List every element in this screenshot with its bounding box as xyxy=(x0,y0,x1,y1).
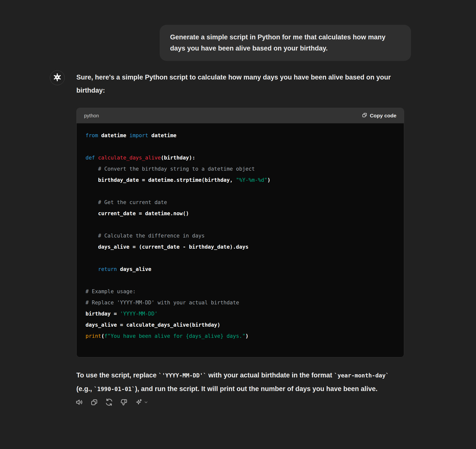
code-block-header: python Copy code xyxy=(77,108,404,123)
code-line: # Example usage: xyxy=(86,286,395,297)
user-message-bubble: Generate a simple script in Python for m… xyxy=(160,25,411,61)
code-line xyxy=(86,141,395,152)
code-line xyxy=(86,219,395,230)
model-switcher-button[interactable] xyxy=(134,397,149,407)
code-line xyxy=(86,253,395,264)
code-line: # Replace 'YYYY-MM-DD' with your actual … xyxy=(86,297,395,308)
code-line: current_date = datetime.now() xyxy=(86,208,395,219)
footer-text-segment: ), and run the script. It will print out… xyxy=(135,385,378,393)
code-line: # Get the current date xyxy=(86,197,395,208)
code-line: def calculate_days_alive(birthday): xyxy=(86,152,395,163)
code-line: birthday = 'YYYY-MM-DD' xyxy=(86,308,395,319)
inline-code: `'YYYY-MM-DD'` xyxy=(158,372,207,379)
code-line: birthday_date = datetime.strptime(birthd… xyxy=(86,175,395,186)
copy-icon xyxy=(362,112,367,119)
code-content: from datetime import datetime def calcul… xyxy=(77,123,404,357)
inline-code: `1990-01-01` xyxy=(94,386,135,392)
code-line: days_alive = calculate_days_alive(birthd… xyxy=(86,319,395,331)
code-line xyxy=(86,275,395,286)
copy-code-button[interactable]: Copy code xyxy=(362,112,396,119)
footer-text-segment: with your actual birthdate in the format xyxy=(207,371,334,379)
code-line: # Calculate the difference in days xyxy=(86,230,395,241)
thumbs-down-button[interactable] xyxy=(119,397,129,407)
assistant-footer-text: To use the script, replace `'YYYY-MM-DD'… xyxy=(76,369,406,396)
thumbs-down-icon xyxy=(120,398,128,406)
regenerate-icon xyxy=(105,398,113,406)
code-line: from datetime import datetime xyxy=(86,130,395,141)
inline-code: `year-month-day` xyxy=(334,372,389,379)
message-actions xyxy=(74,397,149,407)
copy-button[interactable] xyxy=(89,397,99,407)
speaker-icon xyxy=(75,398,83,406)
code-line: return days_alive xyxy=(86,264,395,275)
assistant-avatar xyxy=(50,70,65,85)
regenerate-button[interactable] xyxy=(104,397,114,407)
code-line: # Convert the birthday string to a datet… xyxy=(86,163,395,175)
sparkle-icon xyxy=(135,398,143,406)
code-block: python Copy code from datetime import da… xyxy=(76,108,404,357)
code-language-label: python xyxy=(84,113,99,119)
footer-text-segment: To use the script, replace xyxy=(76,371,158,379)
user-message-text: Generate a simple script in Python for m… xyxy=(170,33,386,52)
code-line: days_alive = (current_date - birthday_da… xyxy=(86,241,395,253)
chevron-down-icon xyxy=(144,400,148,404)
assistant-intro-text: Sure, here's a simple Python script to c… xyxy=(76,71,401,97)
code-line xyxy=(86,186,395,197)
code-line: print(f"You have been alive for {days_al… xyxy=(86,331,395,342)
footer-text-segment: (e.g., xyxy=(76,385,94,393)
copy-code-label: Copy code xyxy=(370,113,396,119)
read-aloud-button[interactable] xyxy=(74,397,84,407)
copy-icon xyxy=(90,398,98,406)
openai-logo-icon xyxy=(53,73,62,83)
